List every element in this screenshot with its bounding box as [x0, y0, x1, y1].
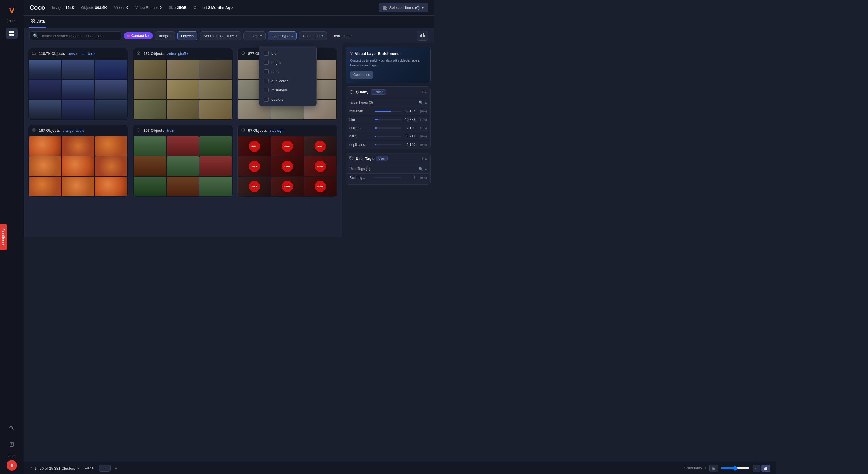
- user-tags-search-icon[interactable]: 🔍: [418, 167, 423, 171]
- cluster-6-img-3[interactable]: STOP: [304, 136, 336, 156]
- dropdown-item-bright[interactable]: bright: [259, 58, 316, 67]
- cluster-4-img-7[interactable]: [29, 177, 61, 196]
- cluster-2-img-7[interactable]: [133, 100, 166, 120]
- issue-types-expand-icon[interactable]: ▴: [425, 100, 427, 105]
- issue-types-title: Issue Types (6): [349, 100, 373, 104]
- user-tag[interactable]: User: [376, 156, 388, 161]
- dropdown-checkbox-blur[interactable]: [264, 51, 269, 56]
- metric-bar-fill-4: [375, 144, 376, 145]
- cluster-2-img-1[interactable]: [133, 60, 166, 79]
- cluster-1-img-2[interactable]: [62, 60, 94, 79]
- clear-filters-button[interactable]: Clear Filters: [329, 32, 354, 40]
- issue-types-subheader: Issue Types (6) 🔍 ▴: [346, 98, 430, 107]
- cluster-4-img-5[interactable]: [62, 157, 94, 176]
- enrichment-title: Visual Layer Enrichment: [355, 52, 399, 56]
- issue-type-chevron-icon: ▴: [291, 34, 293, 38]
- user-tags-info-icon[interactable]: ℹ: [422, 157, 423, 161]
- feedback-tab[interactable]: Feedback: [0, 224, 7, 237]
- cluster-4-img-8[interactable]: [62, 177, 94, 196]
- objects-filter-btn[interactable]: Objects: [177, 31, 197, 40]
- cluster-2-tag-0[interactable]: zebra: [167, 52, 176, 56]
- cluster-5-img-4[interactable]: [133, 157, 166, 176]
- cluster-4-img-2[interactable]: [62, 136, 94, 156]
- search-input[interactable]: [40, 34, 118, 38]
- cluster-6-img-2[interactable]: STOP: [271, 136, 303, 156]
- cluster-5-img-7[interactable]: [133, 177, 166, 196]
- cluster-1-img-1[interactable]: [29, 60, 61, 79]
- cluster-5-tag-0[interactable]: train: [167, 129, 174, 133]
- cluster-5-img-3[interactable]: [199, 136, 232, 156]
- metric-pct-1: (1%): [417, 118, 427, 122]
- enrichment-contact-btn[interactable]: Contact us: [350, 71, 373, 78]
- chart-view-button[interactable]: [417, 31, 428, 40]
- cluster-4-img-4[interactable]: [29, 157, 61, 176]
- cluster-2-img-3[interactable]: [199, 60, 232, 79]
- cluster-6-img-9[interactable]: STOP: [304, 177, 336, 196]
- cluster-2-img-9[interactable]: [199, 100, 232, 120]
- cluster-6-img-6[interactable]: STOP: [304, 157, 336, 176]
- source-filter-btn[interactable]: Source File/Folder ▾: [200, 31, 241, 40]
- dropdown-item-outliers[interactable]: outliers: [259, 95, 316, 104]
- user-tags-sub-expand[interactable]: ▴: [425, 167, 427, 171]
- dropdown-item-mislabels[interactable]: mislabels: [259, 86, 316, 95]
- cluster-4-img-1[interactable]: [29, 136, 61, 156]
- cluster-5-img-1[interactable]: [133, 136, 166, 156]
- dropdown-item-dark[interactable]: dark: [259, 67, 316, 76]
- cluster-5-img-5[interactable]: [167, 157, 199, 176]
- contact-us-label: Contact Us: [131, 34, 149, 38]
- contact-us-pill[interactable]: Contact Us: [124, 32, 153, 39]
- selected-items-button[interactable]: Selected Items (0) ▾: [379, 3, 429, 12]
- cluster-6-img-7[interactable]: STOP: [238, 177, 271, 196]
- cluster-5-img-9[interactable]: [199, 177, 232, 196]
- dropdown-item-duplicates[interactable]: duplicates: [259, 76, 316, 86]
- cluster-2-tag-1[interactable]: giraffe: [178, 52, 188, 56]
- cluster-4-tag-0[interactable]: orange: [63, 129, 73, 133]
- cluster-5-img-2[interactable]: [167, 136, 199, 156]
- images-filter-btn[interactable]: Images: [155, 31, 175, 40]
- search-bar[interactable]: 🔍: [29, 31, 121, 40]
- cluster-6-img-4[interactable]: STOP: [238, 157, 271, 176]
- issue-search-icon[interactable]: 🔍: [418, 100, 423, 105]
- tab-data[interactable]: Data: [29, 15, 46, 28]
- cluster-1-img-5[interactable]: [62, 80, 94, 99]
- cluster-1-tag-0[interactable]: person: [68, 52, 79, 56]
- cluster-1-img-8[interactable]: [62, 100, 94, 120]
- issue-type-filter-btn[interactable]: Issue Type ▴: [268, 31, 297, 40]
- cluster-1-img-6[interactable]: [95, 80, 127, 99]
- cluster-4-tag-1[interactable]: apple: [76, 129, 84, 133]
- cluster-5-img-6[interactable]: [199, 157, 232, 176]
- cluster-1-img-7[interactable]: [29, 100, 61, 120]
- dropdown-checkbox-bright[interactable]: [264, 60, 269, 65]
- quality-expand-icon[interactable]: ▴: [425, 90, 427, 94]
- source-tag[interactable]: Source: [371, 90, 386, 95]
- quality-info-icon[interactable]: ℹ: [422, 90, 423, 94]
- cluster-6-tag-0[interactable]: stop sign: [270, 129, 283, 133]
- cluster-6-img-1[interactable]: STOP: [238, 136, 271, 156]
- cluster-2-img-8[interactable]: [167, 100, 199, 120]
- user-tags-filter-btn[interactable]: User Tags ▾: [299, 31, 327, 40]
- cluster-4-img-9[interactable]: [95, 177, 127, 196]
- user-tags-expand-icon[interactable]: ▴: [425, 156, 427, 161]
- dropdown-checkbox-duplicates[interactable]: [264, 78, 269, 83]
- cluster-2-img-5[interactable]: [167, 80, 199, 99]
- cluster-1-img-3[interactable]: [95, 60, 127, 79]
- cluster-5-img-8[interactable]: [167, 177, 199, 196]
- dropdown-checkbox-outliers[interactable]: [264, 97, 269, 102]
- cluster-4-img-6[interactable]: [95, 157, 127, 176]
- dropdown-checkbox-mislabels[interactable]: [264, 88, 269, 92]
- sidebar-item-dashboard[interactable]: [6, 28, 18, 39]
- cluster-1-img-9[interactable]: [95, 100, 127, 120]
- dropdown-item-blur[interactable]: blur: [259, 48, 316, 58]
- svg-rect-14: [33, 20, 34, 21]
- labels-filter-btn[interactable]: Labels ▾: [244, 31, 265, 40]
- cluster-2-img-2[interactable]: [167, 60, 199, 79]
- cluster-1-tag-2[interactable]: bottle: [88, 52, 96, 56]
- cluster-6-img-5[interactable]: STOP: [271, 157, 303, 176]
- dropdown-checkbox-dark[interactable]: [264, 69, 269, 74]
- cluster-6-img-8[interactable]: STOP: [271, 177, 303, 196]
- cluster-1-img-4[interactable]: [29, 80, 61, 99]
- cluster-2-img-4[interactable]: [133, 80, 166, 99]
- cluster-2-img-6[interactable]: [199, 80, 232, 99]
- cluster-1-tag-1[interactable]: car: [81, 52, 86, 56]
- cluster-4-img-3[interactable]: [95, 136, 127, 156]
